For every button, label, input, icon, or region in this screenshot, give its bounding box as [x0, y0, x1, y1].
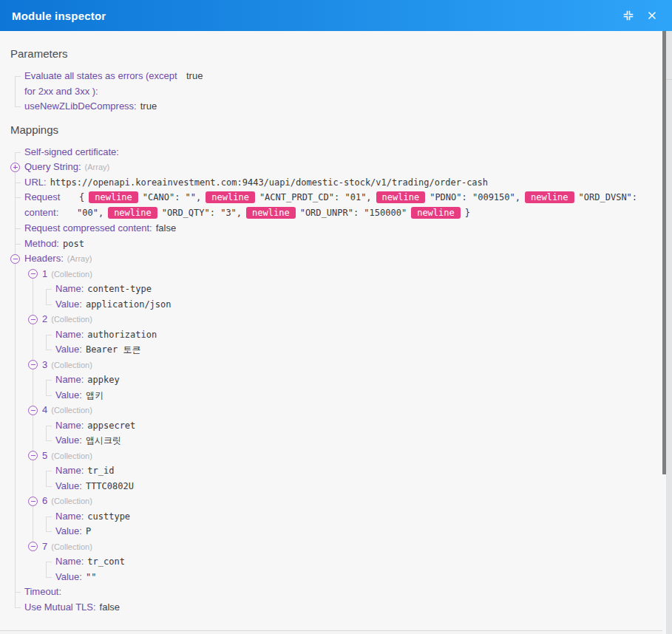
tree-item: Value:"": [41, 570, 655, 585]
collapse-icon[interactable]: [28, 542, 38, 551]
item-label: Self-signed certificate:: [24, 145, 119, 160]
expand-icon[interactable]: [10, 163, 20, 172]
newline-badge: newline: [525, 191, 574, 203]
collapse-icon[interactable]: [10, 254, 20, 264]
tree-branch: Name:custtypeValue:P: [41, 509, 655, 539]
tree-row: 3(Collection): [28, 358, 655, 373]
item-value: "": [86, 570, 96, 585]
tree-item: Value:P: [41, 524, 655, 539]
tree-item: Name:appsecret: [41, 418, 655, 434]
tree-item: Name:custtype: [41, 509, 655, 525]
tree-item: 6(Collection)Name:custtypeValue:P: [28, 494, 655, 539]
tree-row: 4(Collection): [28, 403, 655, 418]
item-label: Value:: [55, 297, 82, 313]
item-value: custtype: [87, 509, 130, 525]
tree-branch: Name:authorizationValue:Bearer 토큰: [41, 327, 655, 358]
tree-item: 2(Collection)Name:authorizationValue:Bea…: [28, 312, 655, 358]
tree-row: Value:TTTC0802U: [41, 479, 655, 494]
item-value: appsecret: [87, 418, 135, 434]
newline-badge: newline: [206, 191, 255, 203]
collapse-icon[interactable]: [28, 315, 38, 324]
inspector-content: ParametersEvaluate all states as errors …: [0, 31, 662, 631]
item-label: 6: [42, 494, 47, 509]
newline-badge: newline: [246, 207, 296, 219]
tree-item: Request content:{newline"CANO": "",newli…: [10, 190, 655, 221]
type-annotation: (Collection): [51, 449, 92, 464]
tree-item: Query String:(Array): [10, 160, 655, 175]
tree-item: 4(Collection)Name:appsecretValue:앱시크릿: [28, 403, 655, 449]
tree-row: URL:https://openapi.koreainvestment.com:…: [10, 175, 655, 191]
titlebar: Module inspector: [0, 0, 672, 31]
collapse-icon[interactable]: [619, 6, 638, 25]
item-label: Name:: [55, 327, 84, 343]
item-value: Bearer 토큰: [86, 342, 141, 358]
type-annotation: (Array): [85, 160, 110, 175]
tree-item: 1(Collection)Name:content-typeValue:appl…: [28, 267, 655, 313]
tree-row: Name:content-type: [41, 282, 655, 297]
item-label: Name:: [55, 463, 84, 479]
collapse-icon[interactable]: [28, 406, 38, 415]
value-segment: }: [465, 208, 470, 218]
tree-row: Name:tr_cont: [41, 554, 655, 570]
item-label: Value:: [55, 433, 82, 449]
tree-row: Name:appkey: [41, 372, 655, 388]
tree-row: 5(Collection): [28, 449, 655, 464]
tree-row: Value:"": [41, 570, 655, 585]
newline-badge: newline: [89, 191, 138, 203]
tree-item: 7(Collection)Name:tr_contValue:"": [28, 539, 655, 585]
module-inspector-window: Module inspector ParametersEvaluate all …: [0, 0, 672, 634]
collapse-icon[interactable]: [28, 360, 38, 369]
collapse-icon[interactable]: [28, 451, 38, 460]
tree-row: 1(Collection): [28, 267, 655, 282]
value-segment: "PDNO": "009150",: [430, 192, 520, 202]
tree-row: 6(Collection): [28, 494, 655, 509]
close-icon[interactable]: [642, 6, 662, 25]
item-label: Name:: [55, 282, 84, 297]
newline-badge: newline: [108, 207, 157, 219]
type-annotation: (Collection): [51, 358, 92, 373]
tree-item: Name:content-type: [41, 282, 655, 297]
newline-badge: newline: [376, 191, 426, 203]
tree-item: Method:post: [10, 236, 655, 252]
item-label: Name:: [55, 372, 84, 388]
tree-row: Method:post: [10, 236, 655, 252]
tree-row: Request compressed content:false: [10, 221, 655, 236]
item-label: URL:: [24, 175, 47, 191]
tree-branch: Name:tr_contValue:"": [41, 554, 655, 584]
item-value: 앱키: [86, 388, 103, 403]
item-value: TTTC0802U: [86, 479, 134, 494]
tree-root: Self-signed certificate:Query String:(Ar…: [10, 145, 655, 616]
tree-row: Self-signed certificate:: [10, 145, 655, 160]
tree-row: useNewZLibDeCompress:true: [10, 99, 655, 115]
tree-branch: 1(Collection)Name:content-typeValue:appl…: [28, 267, 655, 585]
tree-row: Timeout:: [10, 584, 655, 600]
tree-row: Evaluate all states as errors (except fo…: [10, 69, 655, 99]
gutter-divider: [666, 79, 672, 80]
item-value: 앱시크릿: [86, 433, 121, 449]
item-value: application/json: [86, 297, 172, 313]
item-label: Timeout:: [24, 584, 61, 600]
tree-row: Value:앱시크릿: [41, 433, 655, 449]
collapse-icon[interactable]: [28, 269, 38, 279]
tree-row: Name:appsecret: [41, 418, 655, 434]
tree-branch: Name:appkeyValue:앱키: [41, 372, 655, 403]
collapse-icon[interactable]: [28, 497, 38, 506]
tree-row: Value:Bearer 토큰: [41, 342, 655, 358]
type-annotation: (Collection): [51, 494, 92, 509]
type-annotation: (Collection): [51, 267, 92, 282]
tree-item: Name:appkey: [41, 372, 655, 388]
tree-root: Evaluate all states as errors (except fo…: [10, 69, 655, 115]
scrollbar-track[interactable]: [666, 31, 672, 634]
tree-row: Request content:{newline"CANO": "",newli…: [10, 190, 655, 221]
type-annotation: (Array): [67, 251, 92, 267]
scrollbar-thumb[interactable]: [662, 31, 666, 474]
tree-item: Value:application/json: [41, 297, 655, 313]
tree-row: Query String:(Array): [10, 160, 655, 175]
tree-row: Value:앱키: [41, 388, 655, 403]
item-value: {newline"CANO": "",newline"ACNT_PRDT_CD"…: [77, 190, 655, 221]
tree-item: Headers:(Array)1(Collection)Name:content…: [10, 251, 655, 584]
type-annotation: (Collection): [51, 312, 92, 327]
tree-item: 3(Collection)Name:appkeyValue:앱키: [28, 358, 655, 403]
tree-item: useNewZLibDeCompress:true: [10, 99, 655, 115]
item-label: 7: [42, 539, 47, 555]
